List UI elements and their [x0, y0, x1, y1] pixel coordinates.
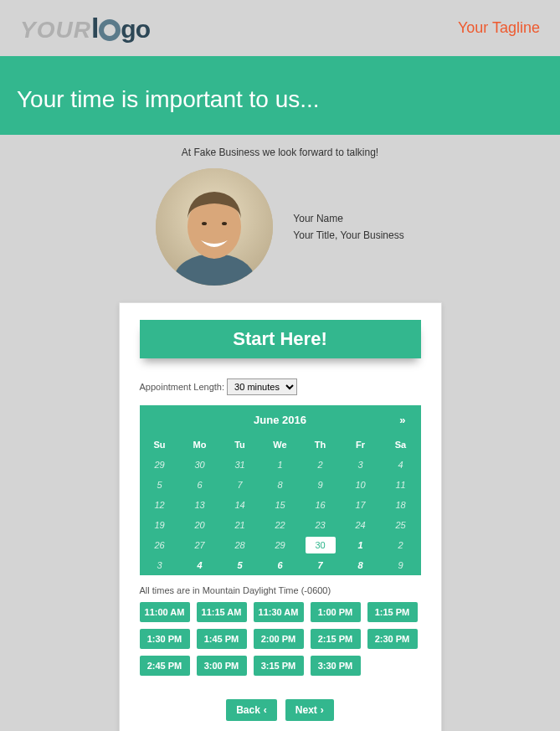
- calendar-day[interactable]: 30: [306, 537, 336, 553]
- calendar-dow: Sa: [381, 435, 421, 455]
- calendar-day[interactable]: 29: [140, 455, 180, 475]
- calendar-day[interactable]: 1: [341, 535, 381, 555]
- calendar-day[interactable]: 3: [341, 455, 381, 475]
- time-slot[interactable]: 2:15 PM: [311, 629, 361, 649]
- time-slot[interactable]: 1:45 PM: [197, 629, 247, 649]
- calendar-month: June 2016: [254, 414, 306, 426]
- calendar-day[interactable]: 25: [381, 515, 421, 535]
- appointment-length-select[interactable]: 30 minutes: [227, 378, 297, 395]
- tagline: Your Tagline: [458, 19, 540, 37]
- calendar-day[interactable]: 2: [381, 535, 421, 555]
- calendar-day[interactable]: 23: [301, 515, 341, 535]
- calendar-day[interactable]: 21: [220, 515, 260, 535]
- intro-text: At Fake Business we look forward to talk…: [0, 135, 560, 163]
- calendar-dow: Fr: [341, 435, 381, 455]
- person-title: Your Title, Your Business: [293, 229, 403, 241]
- calendar-day[interactable]: 29: [260, 535, 301, 555]
- appointment-length-label: Appointment Length:: [140, 382, 225, 392]
- time-slot[interactable]: 1:00 PM: [311, 602, 361, 622]
- time-slot[interactable]: 3:15 PM: [254, 656, 304, 676]
- calendar-header: June 2016 »: [140, 405, 421, 435]
- avatar: [156, 168, 273, 286]
- calendar-day[interactable]: 11: [381, 475, 421, 495]
- back-button[interactable]: Back ‹: [226, 699, 277, 721]
- calendar-day[interactable]: 27: [180, 535, 220, 555]
- time-slots: 11:00 AM11:15 AM11:30 AM1:00 PM1:15 PM1:…: [140, 602, 421, 676]
- chevron-left-icon: ‹: [264, 704, 267, 716]
- svg-point-3: [202, 222, 207, 225]
- calendar-day[interactable]: 26: [140, 535, 180, 555]
- calendar-day[interactable]: 5: [220, 555, 260, 575]
- calendar-dow: Th: [301, 435, 341, 455]
- calendar-dow: Tu: [220, 435, 260, 455]
- logo-text-l: l: [91, 12, 99, 44]
- calendar-dow-row: SuMoTuWeThFrSa: [140, 435, 421, 455]
- calendar-day[interactable]: 7: [301, 555, 341, 575]
- logo: YOUR l go: [20, 12, 150, 44]
- time-slot[interactable]: 2:30 PM: [367, 629, 418, 649]
- calendar-day[interactable]: 9: [381, 555, 421, 575]
- calendar-day[interactable]: 4: [381, 455, 421, 475]
- person-block: Your Name Your Title, Your Business: [0, 163, 560, 302]
- calendar-day[interactable]: 13: [180, 495, 220, 515]
- calendar-day[interactable]: 31: [220, 455, 260, 475]
- top-header: YOUR l go Your Tagline: [0, 0, 560, 56]
- calendar-day[interactable]: 19: [140, 515, 180, 535]
- calendar-day[interactable]: 5: [140, 475, 180, 495]
- timezone-text: All times are in Mountain Daylight Time …: [140, 585, 421, 595]
- calendar-day[interactable]: 16: [301, 495, 341, 515]
- appointment-length-row: Appointment Length: 30 minutes: [140, 378, 421, 395]
- calendar-day[interactable]: 14: [220, 495, 260, 515]
- time-slot[interactable]: 2:00 PM: [254, 629, 304, 649]
- calendar-day[interactable]: 9: [301, 475, 341, 495]
- calendar-day[interactable]: 28: [220, 535, 260, 555]
- calendar-day[interactable]: 10: [341, 475, 381, 495]
- next-button[interactable]: Next ›: [285, 699, 334, 721]
- time-slot[interactable]: 3:00 PM: [197, 656, 247, 676]
- calendar-day[interactable]: 3: [140, 555, 180, 575]
- calendar-day[interactable]: 22: [260, 515, 301, 535]
- calendar-day[interactable]: 12: [140, 495, 180, 515]
- next-button-label: Next: [295, 704, 317, 716]
- hero-title: Your time is important to us...: [17, 86, 543, 113]
- calendar-day[interactable]: 17: [341, 495, 381, 515]
- nav-buttons: Back ‹ Next ›: [140, 699, 421, 721]
- calendar-day[interactable]: 30: [180, 455, 220, 475]
- calendar: June 2016 » SuMoTuWeThFrSa 2930311234567…: [140, 405, 421, 575]
- calendar-dow: Mo: [180, 435, 220, 455]
- time-slot[interactable]: 3:30 PM: [311, 656, 361, 676]
- calendar-day[interactable]: 20: [180, 515, 220, 535]
- logo-text-your: YOUR: [20, 17, 91, 44]
- person-info: Your Name Your Title, Your Business: [293, 208, 403, 246]
- logo-text-go: go: [121, 15, 150, 44]
- time-slot[interactable]: 1:15 PM: [367, 602, 418, 622]
- time-slot[interactable]: 11:00 AM: [140, 602, 190, 622]
- calendar-days-grid: 2930311234567891011121314151617181920212…: [140, 455, 421, 575]
- calendar-dow: Su: [140, 435, 180, 455]
- calendar-day[interactable]: 8: [260, 475, 301, 495]
- calendar-day[interactable]: 15: [260, 495, 301, 515]
- calendar-day[interactable]: 8: [341, 555, 381, 575]
- scheduler-card: Start Here! Appointment Length: 30 minut…: [119, 302, 442, 731]
- time-slot[interactable]: 11:15 AM: [197, 602, 247, 622]
- avatar-image: [156, 168, 273, 286]
- calendar-day[interactable]: 18: [381, 495, 421, 515]
- time-slot[interactable]: 11:30 AM: [254, 602, 304, 622]
- calendar-dow: We: [260, 435, 301, 455]
- calendar-day[interactable]: 6: [180, 475, 220, 495]
- person-name: Your Name: [293, 213, 403, 224]
- svg-point-4: [222, 222, 227, 225]
- calendar-day[interactable]: 2: [301, 455, 341, 475]
- calendar-next-icon[interactable]: »: [399, 414, 405, 426]
- calendar-day[interactable]: 7: [220, 475, 260, 495]
- back-button-label: Back: [236, 704, 260, 716]
- calendar-day[interactable]: 1: [260, 455, 301, 475]
- hero-banner: Your time is important to us...: [0, 56, 560, 135]
- chevron-right-icon: ›: [321, 704, 324, 716]
- calendar-day[interactable]: 6: [260, 555, 301, 575]
- calendar-day[interactable]: 24: [341, 515, 381, 535]
- start-here-banner: Start Here!: [140, 320, 421, 358]
- time-slot[interactable]: 1:30 PM: [140, 629, 190, 649]
- time-slot[interactable]: 2:45 PM: [140, 656, 190, 676]
- calendar-day[interactable]: 4: [180, 555, 220, 575]
